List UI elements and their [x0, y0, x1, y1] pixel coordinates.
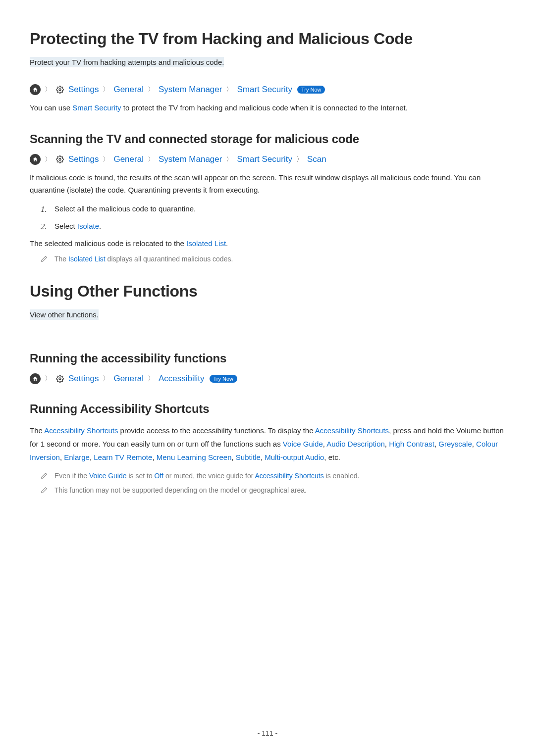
- accessibility-shortcuts-link[interactable]: Accessibility Shortcuts: [315, 426, 389, 435]
- breadcrumb-smart-security-link[interactable]: Smart Security: [237, 154, 292, 164]
- breadcrumb-system-manager[interactable]: System Manager: [159, 154, 222, 164]
- svg-point-2: [59, 378, 61, 380]
- learn-tv-remote-link[interactable]: Learn TV Remote: [94, 453, 152, 461]
- breadcrumb-accessibility-link[interactable]: Accessibility: [159, 374, 205, 384]
- breadcrumb-settings[interactable]: Settings: [68, 85, 99, 95]
- gear-icon: [55, 155, 64, 164]
- page-title-other-functions: Using Other Functions: [30, 282, 505, 301]
- off-link[interactable]: Off: [155, 472, 163, 480]
- subsection-heading-shortcuts: Running Accessibility Shortcuts: [30, 402, 505, 416]
- smart-security-link[interactable]: Smart Security: [72, 103, 121, 112]
- isolate-link[interactable]: Isolate: [77, 222, 99, 230]
- breadcrumb-general[interactable]: General: [113, 154, 143, 164]
- chevron-right-icon: 〉: [103, 155, 109, 164]
- try-now-badge[interactable]: Try Now: [297, 86, 325, 94]
- page-title: Protecting the TV from Hacking and Malic…: [30, 30, 505, 48]
- try-now-badge[interactable]: Try Now: [210, 375, 238, 383]
- section5-description: The Accessibility Shortcuts provide acce…: [30, 424, 505, 464]
- chevron-right-icon: 〉: [148, 85, 155, 94]
- subsection-heading-accessibility: Running the accessibility functions: [30, 352, 505, 365]
- pencil-icon: [41, 472, 48, 479]
- voice-guide-link[interactable]: Voice Guide: [89, 472, 127, 480]
- breadcrumb-scan: 〉 Settings 〉 General 〉 System Manager 〉 …: [30, 154, 505, 165]
- gear-icon: [55, 85, 64, 94]
- chevron-right-icon: 〉: [45, 85, 52, 94]
- chevron-right-icon: 〉: [148, 374, 155, 383]
- step-2: Select Isolate.: [41, 219, 505, 233]
- breadcrumb-smart-security: 〉 Settings 〉 General 〉 System Manager 〉 …: [30, 84, 505, 95]
- page-number: - 111 -: [0, 729, 535, 737]
- home-icon: [30, 154, 41, 165]
- section2-description: If malicious code is found, the results …: [30, 172, 505, 197]
- note-isolated-list: The Isolated List displays all quarantin…: [41, 254, 505, 264]
- breadcrumb-settings[interactable]: Settings: [68, 154, 99, 164]
- breadcrumb-scan-link[interactable]: Scan: [307, 154, 326, 164]
- section2-result: The selected malicious code is relocated…: [30, 238, 505, 250]
- isolated-list-link[interactable]: Isolated List: [186, 239, 226, 248]
- menu-learning-screen-link[interactable]: Menu Learning Screen: [157, 453, 232, 461]
- isolated-list-link[interactable]: Isolated List: [68, 255, 106, 263]
- greyscale-link[interactable]: Greyscale: [438, 440, 472, 448]
- chevron-right-icon: 〉: [103, 85, 109, 94]
- pencil-icon: [41, 255, 48, 262]
- accessibility-shortcuts-link[interactable]: Accessibility Shortcuts: [255, 472, 323, 480]
- section1-description: You can use Smart Security to protect th…: [30, 102, 505, 114]
- high-contrast-link[interactable]: High Contrast: [389, 440, 434, 448]
- breadcrumb-accessibility: 〉 Settings 〉 General 〉 Accessibility Try…: [30, 373, 505, 384]
- enlarge-link[interactable]: Enlarge: [64, 453, 90, 461]
- gear-icon: [55, 374, 64, 383]
- multi-output-audio-link[interactable]: Multi-output Audio: [265, 453, 324, 461]
- breadcrumb-system-manager[interactable]: System Manager: [159, 85, 222, 95]
- breadcrumb-general[interactable]: General: [113, 85, 143, 95]
- note-support: This function may not be supported depen…: [41, 485, 505, 496]
- breadcrumb-general[interactable]: General: [113, 374, 143, 384]
- accessibility-shortcuts-link[interactable]: Accessibility Shortcuts: [44, 426, 118, 435]
- section-subtitle: Protect your TV from hacking attempts an…: [30, 57, 224, 67]
- svg-point-0: [59, 89, 61, 91]
- chevron-right-icon: 〉: [296, 155, 303, 164]
- audio-description-link[interactable]: Audio Description: [326, 440, 385, 448]
- chevron-right-icon: 〉: [45, 374, 52, 383]
- pencil-icon: [41, 486, 48, 493]
- step-1: Select all the malicious code to quarant…: [41, 202, 505, 215]
- chevron-right-icon: 〉: [45, 155, 52, 164]
- svg-point-1: [59, 158, 61, 160]
- breadcrumb-settings[interactable]: Settings: [68, 374, 99, 384]
- subtitle-link[interactable]: Subtitle: [236, 453, 261, 461]
- section-subtitle: View other functions.: [30, 309, 99, 320]
- chevron-right-icon: 〉: [148, 155, 155, 164]
- chevron-right-icon: 〉: [103, 374, 109, 383]
- breadcrumb-smart-security-link[interactable]: Smart Security: [237, 85, 292, 95]
- steps-list: Select all the malicious code to quarant…: [41, 202, 505, 233]
- subsection-heading-scanning: Scanning the TV and connected storage fo…: [30, 132, 505, 146]
- note-voice-guide: Even if the Voice Guide is set to Off or…: [41, 471, 505, 481]
- voice-guide-link[interactable]: Voice Guide: [283, 440, 323, 448]
- chevron-right-icon: 〉: [226, 85, 233, 94]
- chevron-right-icon: 〉: [226, 155, 233, 164]
- home-icon: [30, 84, 41, 95]
- home-icon: [30, 373, 41, 384]
